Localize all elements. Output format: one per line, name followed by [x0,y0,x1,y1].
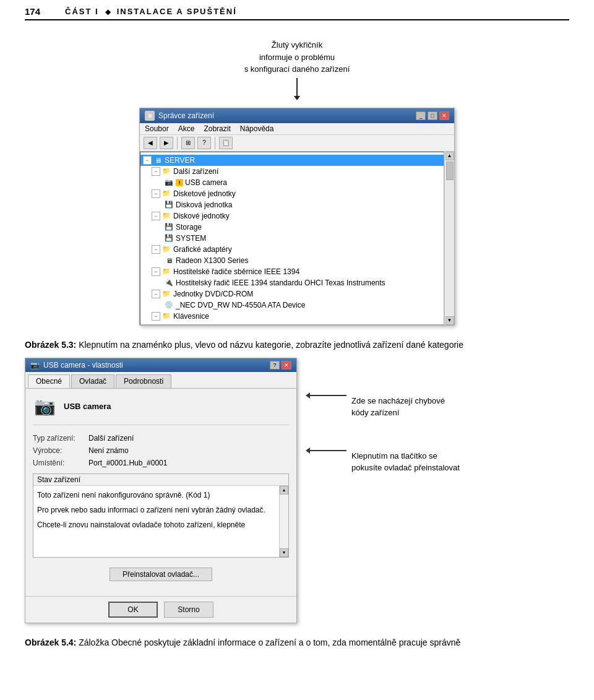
dialog-body: 📷 USB camera Typ zařízení: Další zařízen… [25,389,296,596]
status-text-area: Toto zařízení není nakonfigurováno správ… [33,486,288,554]
tree-label: Disketové jednotky [173,189,236,198]
tab-podrobnosti[interactable]: Podrobnosti [116,374,171,388]
prop-value-manufacturer: Není známo [88,446,129,455]
annotation-text-error: Zde se nacházejí chybové kódy zařízení [351,395,463,419]
expander-icon[interactable]: − [152,312,160,321]
window-titlebar: 🖥 Správce zařízení _ □ ✕ [140,108,454,123]
prop-label-type: Typ zařízení: [33,434,88,443]
prop-label-manufacturer: Výrobce: [33,446,88,455]
tree-label: Radeon X1300 Series [176,256,248,265]
tree-item[interactable]: 🖥 Radeon X1300 Series [140,255,444,266]
status-scrollbar[interactable]: ▲ ▼ [279,486,288,557]
device-large-icon: 📷 [33,395,56,418]
status-group-title: Stav zařízení [33,474,288,486]
tree-label: Klávesnice [173,312,209,321]
tree-item[interactable]: − 📁 Disketové jednotky [140,188,444,199]
expander-icon[interactable]: − [143,156,152,165]
dialog-window-controls[interactable]: ? ✕ [270,361,291,369]
tabs-bar[interactable]: Obecné Ovladač Podrobnosti [25,372,296,389]
caption-bold-2: Obrázek 5.4: [25,637,76,647]
tree-item[interactable]: − 📁 Jednotky DVD/CD-ROM [140,288,444,300]
menu-zobrazit[interactable]: Zobrazit [204,124,230,133]
part-label: ČÁST I [65,7,99,16]
tree-item[interactable]: 💾 Disková jednotka [140,199,444,210]
dialog-window-icon: 📷 [30,361,40,369]
annotation-arrow-line [296,78,298,97]
window-controls[interactable]: _ □ ✕ [416,111,449,120]
toolbar: ◀ ▶ ⊞ ? 📋 [140,135,454,152]
menu-akce[interactable]: Akce [178,124,195,133]
tab-obecne[interactable]: Obecné [28,374,70,388]
forward-button[interactable]: ▶ [160,137,173,149]
folder-icon: 📁 [161,311,171,321]
folder-icon: 📁 [161,211,171,221]
device-header: 📷 USB camera [33,395,289,425]
menu-bar[interactable]: Soubor Akce Zobrazit Nápověda [140,123,454,135]
maximize-button[interactable]: □ [428,111,437,120]
expander-icon[interactable]: − [152,245,160,254]
menu-soubor[interactable]: Soubor [145,124,169,133]
tree-root-label: SERVER [165,156,195,165]
vertical-scrollbar[interactable]: ▲ ▼ [444,152,454,325]
disk-icon: 💾 [164,233,174,243]
expander-icon[interactable]: − [152,167,160,176]
status-scroll-up[interactable]: ▲ [280,486,288,495]
scroll-up-button[interactable]: ▲ [446,152,454,160]
dialog-close-button[interactable]: ✕ [282,361,291,369]
annotation-reinstall: Klepnutím na tlačítko se pokusíte ovlada… [309,450,569,474]
scroll-thumb[interactable] [446,162,454,180]
camera-icon: 📷 [164,178,174,188]
dialog-title: USB camera - vlastnosti [43,361,123,369]
folder-icon: 📁 [161,189,171,199]
status-line-2: Pro prvek nebo sadu informací o zařízení… [37,504,285,516]
tree-item-usb[interactable]: 📷 ! USB camera [140,177,444,188]
arrow-to-status [309,395,346,396]
back-button[interactable]: ◀ [144,137,157,149]
expander-icon[interactable]: − [152,267,160,276]
expander-icon[interactable]: − [152,290,160,298]
disk-icon: 💾 [164,200,174,210]
help-button[interactable]: ? [197,137,211,149]
prop-row-manufacturer: Výrobce: Není známo [33,446,289,455]
expander-icon[interactable]: − [152,212,160,220]
expander-icon[interactable]: − [152,189,160,198]
toolbar-separator [177,137,178,149]
tree-item[interactable]: − 📁 Grafické adaptéry [140,244,444,255]
caption-text-2: Záložka Obecné poskytuje základní inform… [76,637,460,647]
tree-item[interactable]: 💾 SYSTEM [140,233,444,244]
dialog-help-button[interactable]: ? [270,361,280,369]
tree-item[interactable]: 💾 Storage [140,222,444,233]
dialog-titlebar: 📷 USB camera - vlastnosti ? ✕ [25,358,296,372]
view-button[interactable]: ⊞ [181,137,195,149]
menu-napoveda[interactable]: Nápověda [240,124,274,133]
close-button[interactable]: ✕ [439,111,449,120]
top-annotation: Žlutý vykřičník informuje o problému s k… [25,39,569,97]
tree-label: Jednotky DVD/CD-ROM [173,290,253,298]
disk-icon: 💾 [164,222,174,232]
cdrom-icon: 💿 [164,300,174,310]
minimize-button[interactable]: _ [416,111,426,120]
tab-ovladac[interactable]: Ovladač [71,374,114,388]
ok-button[interactable]: OK [108,602,158,618]
annotations-right: Zde se nacházejí chybové kódy zařízení K… [309,358,569,474]
folder-icon: 📁 [161,267,171,277]
tree-item[interactable]: − 📁 Klávesnice [140,311,444,322]
status-line-1: Toto zařízení není nakonfigurováno správ… [37,490,285,501]
properties-button[interactable]: 📋 [219,137,233,149]
cancel-button[interactable]: Storno [164,602,213,618]
scroll-down-button[interactable]: ▼ [446,316,454,325]
tree-root[interactable]: − 🖥 SERVER [140,155,444,166]
tree-item[interactable]: 💿 _NEC DVD_RW ND-4550A ATA Device [140,300,444,311]
folder-icon: 📁 [161,166,171,176]
monitor-icon: 🖥 [164,256,174,266]
prop-value-location: Port_#0001.Hub_#0001 [88,459,167,467]
tree-item[interactable]: − 📁 Diskové jednotky [140,210,444,222]
tree-item[interactable]: − 📁 Další zařízení [140,166,444,177]
status-scroll-down[interactable]: ▼ [280,548,288,557]
tree-item[interactable]: − 📁 Hostitelské řadiče sběrnice IEEE 139… [140,266,444,277]
tree-item[interactable]: 🔌 Hostitelský řadič IEEE 1394 standardu … [140,277,444,288]
reinstall-button[interactable]: Přeinstalovat ovladač... [110,568,212,581]
port-icon: 🔌 [164,278,174,288]
page-number: 174 [25,6,40,17]
tree-item[interactable]: ⌨ Standardní klávesnice 101/102 nebo klá… [140,322,444,325]
